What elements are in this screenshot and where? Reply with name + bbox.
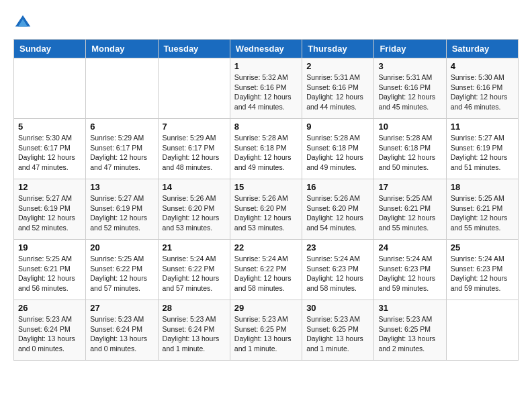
day-number: 3 bbox=[378, 61, 441, 71]
day-info: Sunrise: 5:31 AM Sunset: 6:16 PM Dayligh… bbox=[378, 73, 441, 112]
calendar-week-5: 26Sunrise: 5:23 AM Sunset: 6:24 PM Dayli… bbox=[14, 300, 519, 361]
day-number: 14 bbox=[163, 182, 226, 192]
day-info: Sunrise: 5:28 AM Sunset: 6:18 PM Dayligh… bbox=[306, 133, 369, 173]
calendar-cell: 27Sunrise: 5:23 AM Sunset: 6:24 PM Dayli… bbox=[86, 300, 158, 361]
calendar-cell: 31Sunrise: 5:23 AM Sunset: 6:25 PM Dayli… bbox=[374, 300, 446, 361]
calendar-cell bbox=[86, 58, 158, 119]
day-info: Sunrise: 5:29 AM Sunset: 6:17 PM Dayligh… bbox=[90, 133, 153, 173]
day-info: Sunrise: 5:23 AM Sunset: 6:25 PM Dayligh… bbox=[234, 314, 298, 354]
day-header-tuesday: Tuesday bbox=[158, 40, 230, 58]
calendar-cell: 15Sunrise: 5:26 AM Sunset: 6:20 PM Dayli… bbox=[230, 179, 302, 240]
day-info: Sunrise: 5:23 AM Sunset: 6:24 PM Dayligh… bbox=[90, 314, 153, 354]
calendar-cell: 26Sunrise: 5:23 AM Sunset: 6:24 PM Dayli… bbox=[14, 300, 86, 361]
day-header-sunday: Sunday bbox=[14, 40, 86, 58]
calendar-week-1: 1Sunrise: 5:32 AM Sunset: 6:16 PM Daylig… bbox=[14, 58, 519, 119]
day-number: 6 bbox=[90, 122, 153, 132]
day-number: 24 bbox=[378, 242, 441, 253]
day-info: Sunrise: 5:23 AM Sunset: 6:25 PM Dayligh… bbox=[378, 314, 441, 354]
day-number: 20 bbox=[90, 242, 153, 253]
day-number: 26 bbox=[18, 303, 81, 313]
calendar-cell: 30Sunrise: 5:23 AM Sunset: 6:25 PM Dayli… bbox=[302, 300, 374, 361]
calendar-cell: 1Sunrise: 5:32 AM Sunset: 6:16 PM Daylig… bbox=[230, 58, 302, 119]
day-info: Sunrise: 5:32 AM Sunset: 6:16 PM Dayligh… bbox=[234, 73, 298, 112]
day-number: 1 bbox=[234, 61, 298, 71]
day-header-thursday: Thursday bbox=[302, 40, 374, 58]
logo bbox=[13, 13, 35, 32]
calendar-cell: 24Sunrise: 5:24 AM Sunset: 6:23 PM Dayli… bbox=[374, 240, 446, 300]
day-number: 19 bbox=[18, 242, 81, 253]
day-number: 22 bbox=[234, 242, 298, 253]
day-number: 15 bbox=[234, 182, 298, 192]
day-number: 25 bbox=[451, 242, 514, 253]
day-number: 30 bbox=[306, 303, 369, 313]
day-number: 27 bbox=[90, 303, 153, 313]
day-info: Sunrise: 5:29 AM Sunset: 6:17 PM Dayligh… bbox=[163, 133, 226, 173]
day-info: Sunrise: 5:25 AM Sunset: 6:22 PM Dayligh… bbox=[90, 254, 153, 293]
calendar-cell: 6Sunrise: 5:29 AM Sunset: 6:17 PM Daylig… bbox=[86, 119, 158, 179]
day-number: 10 bbox=[378, 122, 441, 132]
calendar-cell: 22Sunrise: 5:24 AM Sunset: 6:22 PM Dayli… bbox=[230, 240, 302, 300]
day-number: 9 bbox=[306, 122, 369, 132]
page-header bbox=[13, 13, 519, 32]
calendar-cell bbox=[158, 58, 230, 119]
day-info: Sunrise: 5:25 AM Sunset: 6:21 PM Dayligh… bbox=[451, 193, 514, 233]
calendar-cell: 7Sunrise: 5:29 AM Sunset: 6:17 PM Daylig… bbox=[158, 119, 230, 179]
day-header-monday: Monday bbox=[86, 40, 158, 58]
day-number: 17 bbox=[378, 182, 441, 192]
calendar-cell: 18Sunrise: 5:25 AM Sunset: 6:21 PM Dayli… bbox=[446, 179, 518, 240]
day-number: 16 bbox=[306, 182, 369, 192]
day-number: 21 bbox=[163, 242, 226, 253]
calendar-cell: 25Sunrise: 5:24 AM Sunset: 6:23 PM Dayli… bbox=[446, 240, 518, 300]
calendar-cell: 16Sunrise: 5:26 AM Sunset: 6:20 PM Dayli… bbox=[302, 179, 374, 240]
day-info: Sunrise: 5:24 AM Sunset: 6:22 PM Dayligh… bbox=[163, 254, 226, 293]
day-number: 5 bbox=[18, 122, 81, 132]
day-number: 7 bbox=[163, 122, 226, 132]
calendar-cell: 14Sunrise: 5:26 AM Sunset: 6:20 PM Dayli… bbox=[158, 179, 230, 240]
day-info: Sunrise: 5:24 AM Sunset: 6:23 PM Dayligh… bbox=[306, 254, 369, 293]
day-info: Sunrise: 5:30 AM Sunset: 6:17 PM Dayligh… bbox=[18, 133, 81, 173]
calendar-cell: 19Sunrise: 5:25 AM Sunset: 6:21 PM Dayli… bbox=[14, 240, 86, 300]
calendar-week-4: 19Sunrise: 5:25 AM Sunset: 6:21 PM Dayli… bbox=[14, 240, 519, 300]
calendar-header-row: SundayMondayTuesdayWednesdayThursdayFrid… bbox=[14, 40, 519, 58]
day-info: Sunrise: 5:27 AM Sunset: 6:19 PM Dayligh… bbox=[18, 193, 81, 233]
day-number: 12 bbox=[18, 182, 81, 192]
day-info: Sunrise: 5:23 AM Sunset: 6:24 PM Dayligh… bbox=[18, 314, 81, 354]
day-info: Sunrise: 5:28 AM Sunset: 6:18 PM Dayligh… bbox=[378, 133, 441, 173]
day-info: Sunrise: 5:24 AM Sunset: 6:23 PM Dayligh… bbox=[451, 254, 514, 293]
day-info: Sunrise: 5:23 AM Sunset: 6:24 PM Dayligh… bbox=[163, 314, 226, 354]
calendar-cell: 12Sunrise: 5:27 AM Sunset: 6:19 PM Dayli… bbox=[14, 179, 86, 240]
day-info: Sunrise: 5:24 AM Sunset: 6:23 PM Dayligh… bbox=[378, 254, 441, 293]
day-number: 29 bbox=[234, 303, 298, 313]
day-number: 28 bbox=[163, 303, 226, 313]
day-info: Sunrise: 5:25 AM Sunset: 6:21 PM Dayligh… bbox=[18, 254, 81, 293]
day-header-friday: Friday bbox=[374, 40, 446, 58]
day-header-wednesday: Wednesday bbox=[230, 40, 302, 58]
day-number: 8 bbox=[234, 122, 298, 132]
calendar-cell: 23Sunrise: 5:24 AM Sunset: 6:23 PM Dayli… bbox=[302, 240, 374, 300]
day-info: Sunrise: 5:23 AM Sunset: 6:25 PM Dayligh… bbox=[306, 314, 369, 354]
calendar-cell: 4Sunrise: 5:30 AM Sunset: 6:16 PM Daylig… bbox=[446, 58, 518, 119]
day-number: 2 bbox=[306, 61, 369, 71]
day-info: Sunrise: 5:27 AM Sunset: 6:19 PM Dayligh… bbox=[90, 193, 153, 233]
calendar-cell: 13Sunrise: 5:27 AM Sunset: 6:19 PM Dayli… bbox=[86, 179, 158, 240]
calendar-table: SundayMondayTuesdayWednesdayThursdayFrid… bbox=[13, 39, 519, 361]
day-number: 31 bbox=[378, 303, 441, 313]
day-number: 11 bbox=[451, 122, 514, 132]
calendar-cell: 10Sunrise: 5:28 AM Sunset: 6:18 PM Dayli… bbox=[374, 119, 446, 179]
calendar-cell: 28Sunrise: 5:23 AM Sunset: 6:24 PM Dayli… bbox=[158, 300, 230, 361]
calendar-cell: 8Sunrise: 5:28 AM Sunset: 6:18 PM Daylig… bbox=[230, 119, 302, 179]
calendar-cell bbox=[446, 300, 518, 361]
day-info: Sunrise: 5:26 AM Sunset: 6:20 PM Dayligh… bbox=[163, 193, 226, 233]
calendar-cell: 21Sunrise: 5:24 AM Sunset: 6:22 PM Dayli… bbox=[158, 240, 230, 300]
day-info: Sunrise: 5:26 AM Sunset: 6:20 PM Dayligh… bbox=[306, 193, 369, 233]
day-info: Sunrise: 5:27 AM Sunset: 6:19 PM Dayligh… bbox=[451, 133, 514, 173]
day-number: 4 bbox=[451, 61, 514, 71]
day-number: 18 bbox=[451, 182, 514, 192]
calendar-cell: 2Sunrise: 5:31 AM Sunset: 6:16 PM Daylig… bbox=[302, 58, 374, 119]
logo-icon bbox=[13, 13, 32, 32]
calendar-cell: 29Sunrise: 5:23 AM Sunset: 6:25 PM Dayli… bbox=[230, 300, 302, 361]
day-header-saturday: Saturday bbox=[446, 40, 518, 58]
calendar-week-3: 12Sunrise: 5:27 AM Sunset: 6:19 PM Dayli… bbox=[14, 179, 519, 240]
day-info: Sunrise: 5:28 AM Sunset: 6:18 PM Dayligh… bbox=[234, 133, 298, 173]
calendar-cell: 11Sunrise: 5:27 AM Sunset: 6:19 PM Dayli… bbox=[446, 119, 518, 179]
